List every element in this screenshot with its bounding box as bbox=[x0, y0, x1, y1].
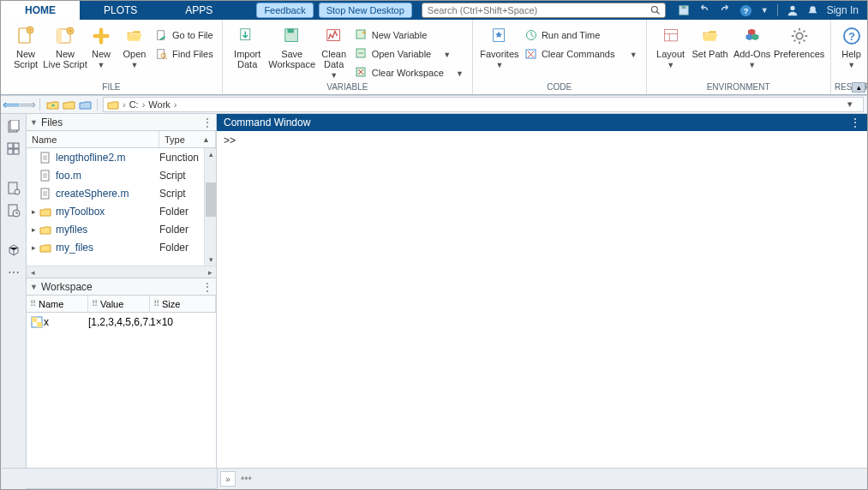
files-col-type[interactable]: Type▲ bbox=[159, 131, 216, 147]
ribbon-collapse-button[interactable]: ▴ bbox=[852, 82, 865, 93]
file-row[interactable]: createSphere.mScript bbox=[27, 184, 216, 202]
strip-editor-icon[interactable] bbox=[4, 179, 23, 198]
stop-new-desktop-button[interactable]: Stop New Desktop bbox=[319, 3, 412, 18]
command-window-body[interactable]: >> bbox=[217, 131, 867, 469]
strip-package-icon[interactable] bbox=[4, 241, 23, 260]
workspace-collapse-icon[interactable]: ▼ bbox=[30, 283, 38, 291]
layout-button[interactable]: Layout▼ bbox=[652, 23, 690, 69]
save-workspace-button[interactable]: Save Workspace bbox=[267, 23, 317, 69]
path-folder[interactable]: Work bbox=[148, 99, 170, 110]
strip-workspace-icon[interactable] bbox=[4, 140, 23, 158]
tab-apps[interactable]: APPS bbox=[161, 1, 236, 20]
ribbon-group-code-label: CODE bbox=[473, 81, 646, 93]
file-row[interactable]: ▸myfilesFolder bbox=[27, 220, 216, 238]
workspace-panel-menu-icon[interactable]: ⋮ bbox=[202, 281, 213, 293]
path-crumb-box[interactable]: › C: › Work › ▾ bbox=[103, 97, 864, 112]
favorites-button[interactable]: Favorites▼ bbox=[478, 23, 521, 69]
expand-icon[interactable]: ▸ bbox=[28, 207, 39, 216]
set-path-icon bbox=[699, 25, 721, 47]
open-folder-icon bbox=[123, 25, 146, 47]
forward-icon[interactable]: ⟹ bbox=[21, 98, 34, 111]
files-scrollbar-h[interactable]: ◂ ▸ bbox=[27, 266, 216, 278]
preferences-button[interactable]: Preferences bbox=[774, 23, 825, 59]
user-icon[interactable] bbox=[787, 4, 799, 16]
file-row[interactable]: ▸myToolboxFolder bbox=[27, 202, 216, 220]
svg-rect-38 bbox=[8, 143, 13, 148]
workspace-columns-header: ⠿Name ⠿Value ⠿Size bbox=[27, 296, 216, 313]
folder-browse-icon[interactable] bbox=[62, 98, 75, 111]
clock-icon bbox=[524, 28, 538, 42]
back-icon[interactable]: ⟸ bbox=[4, 98, 18, 111]
save-icon[interactable] bbox=[678, 4, 690, 16]
tab-plots[interactable]: PLOTS bbox=[80, 1, 161, 20]
scroll-down-icon[interactable]: ▾ bbox=[205, 254, 216, 266]
find-files-button[interactable]: Find Files bbox=[152, 45, 217, 63]
workspace-col-value[interactable]: ⠿Value bbox=[88, 296, 150, 312]
goto-file-button[interactable]: Go to File bbox=[152, 27, 217, 44]
file-name: myfiles bbox=[52, 224, 159, 236]
scroll-thumb[interactable] bbox=[206, 182, 216, 217]
strip-files-icon[interactable] bbox=[4, 117, 23, 136]
help-button[interactable]: ? Help▼ bbox=[836, 23, 867, 69]
workspace-row[interactable]: x[1,2,3,4,5,6,7...1×10 bbox=[27, 313, 216, 332]
new-button[interactable]: New▼ bbox=[85, 23, 117, 69]
command-window-menu-icon[interactable]: ⋮ bbox=[850, 117, 860, 128]
run-and-time-button[interactable]: Run and Time bbox=[521, 27, 641, 44]
expand-icon[interactable]: ▸ bbox=[28, 243, 39, 252]
undo-icon[interactable] bbox=[698, 4, 710, 16]
file-row[interactable]: foo.mScript bbox=[27, 166, 216, 184]
clear-workspace-button[interactable]: Clear Workspace ▼ bbox=[351, 64, 467, 81]
right-pane: Command Window ⋮ >> » ••• bbox=[217, 114, 867, 489]
svg-rect-13 bbox=[158, 50, 165, 59]
open-variable-button[interactable]: Open Variable ▼ bbox=[351, 45, 467, 63]
status-input-area: » ••• bbox=[217, 469, 867, 489]
help-icon[interactable]: ? bbox=[739, 4, 752, 17]
import-data-button[interactable]: Import Data bbox=[228, 23, 267, 69]
search-icon[interactable] bbox=[650, 5, 661, 15]
files-panel-menu-icon[interactable]: ⋮ bbox=[202, 117, 213, 128]
feedback-button[interactable]: Feedback bbox=[256, 3, 313, 18]
file-row[interactable]: ▸my_filesFolder bbox=[27, 238, 216, 256]
set-path-button[interactable]: Set Path bbox=[690, 23, 731, 59]
files-panel-title: Files bbox=[41, 117, 63, 128]
open-button[interactable]: Open▼ bbox=[117, 23, 152, 69]
command-window-header: Command Window ⋮ bbox=[217, 114, 867, 131]
folder-icon bbox=[39, 223, 52, 236]
files-col-name[interactable]: Name bbox=[27, 131, 159, 147]
files-scrollbar-v[interactable]: ▴ ▾ bbox=[204, 148, 216, 266]
workspace-col-size[interactable]: ⠿Size bbox=[150, 296, 216, 312]
folder-explorer-icon[interactable] bbox=[78, 98, 92, 111]
files-columns-header: Name Type▲ bbox=[27, 131, 216, 148]
new-live-script-button[interactable]: New Live Script bbox=[45, 23, 85, 69]
path-drive[interactable]: C: bbox=[129, 99, 139, 110]
strip-more-icon[interactable]: ⋯ bbox=[4, 263, 23, 282]
redo-icon[interactable] bbox=[719, 4, 731, 16]
new-variable-button[interactable]: New Variable bbox=[351, 27, 467, 44]
new-script-button[interactable]: New Script bbox=[6, 23, 45, 69]
status-run-icon[interactable]: » bbox=[220, 471, 236, 487]
expand-icon[interactable]: ▸ bbox=[28, 225, 39, 234]
variable-icon bbox=[30, 315, 44, 329]
bell-icon[interactable] bbox=[807, 4, 818, 16]
up-folder-icon[interactable] bbox=[45, 98, 59, 111]
strip-history-icon[interactable] bbox=[4, 201, 23, 220]
workspace-col-name[interactable]: ⠿Name bbox=[27, 296, 88, 312]
scroll-up-icon[interactable]: ▴ bbox=[205, 148, 216, 160]
clear-commands-button[interactable]: Clear Commands ▼ bbox=[521, 45, 641, 63]
function-icon bbox=[39, 151, 52, 164]
path-dropdown-icon[interactable]: ▾ bbox=[847, 99, 859, 111]
scroll-left-icon[interactable]: ◂ bbox=[27, 266, 39, 278]
search-input[interactable] bbox=[422, 3, 666, 18]
new-script-icon bbox=[15, 25, 37, 47]
left-tool-strip: ⋯ bbox=[1, 114, 27, 489]
file-name: my_files bbox=[52, 242, 159, 254]
scroll-right-icon[interactable]: ▸ bbox=[204, 266, 216, 278]
tab-home[interactable]: HOME bbox=[1, 1, 80, 20]
clean-data-button[interactable]: Clean Data▼ bbox=[317, 23, 351, 80]
files-collapse-icon[interactable]: ▼ bbox=[30, 118, 38, 127]
dropdown-icon[interactable]: ▼ bbox=[761, 6, 769, 15]
ribbon-group-file: New Script New Live Script New▼ Open▼ Go… bbox=[1, 20, 223, 94]
addons-button[interactable]: Add-Ons▼ bbox=[731, 23, 774, 69]
file-row[interactable]: lengthofline2.mFunction bbox=[27, 148, 216, 166]
sign-in-link[interactable]: Sign In bbox=[827, 4, 859, 16]
